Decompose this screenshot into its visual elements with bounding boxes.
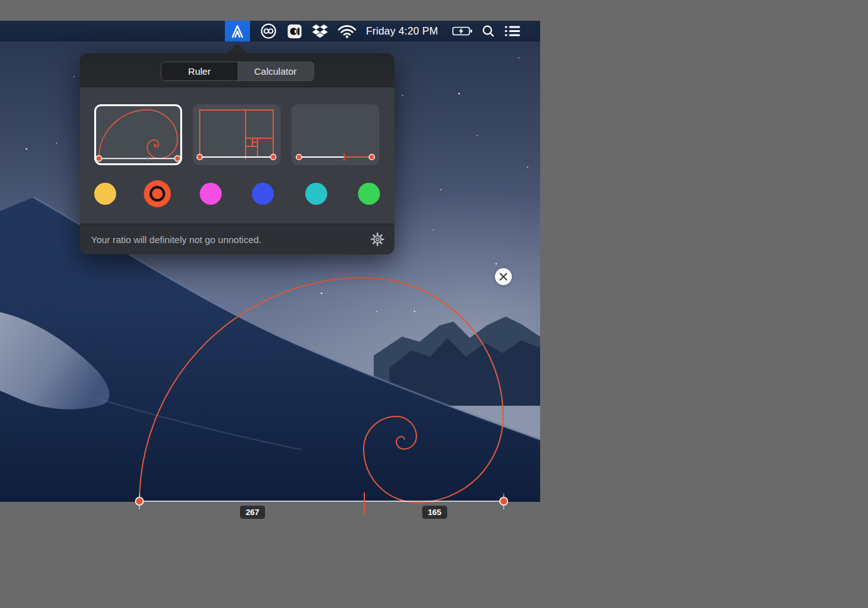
swatch-yellow[interactable]: [94, 183, 116, 205]
swatch-selected-ring: [149, 186, 165, 202]
left-endpoint-handle[interactable]: [136, 497, 143, 505]
dropbox-icon[interactable]: [312, 21, 328, 41]
right-endpoint-handle[interactable]: [500, 497, 507, 505]
goldie-menu-icon[interactable]: [225, 21, 250, 41]
menu-bar: Friday 4:20 PM: [0, 21, 540, 41]
measurement-label-right: 165: [422, 506, 447, 519]
close-x-icon: [499, 273, 507, 281]
swatch-orange-selected[interactable]: [144, 180, 171, 207]
spotlight-search-icon[interactable]: [480, 21, 496, 41]
plain-ruler-thumb: [291, 104, 379, 165]
tab-ruler[interactable]: Ruler: [161, 62, 237, 80]
preset-golden-sections[interactable]: [193, 104, 281, 165]
tab-calculator[interactable]: Calculator: [237, 62, 313, 80]
panel-footer: Your ratio will definitely not go unnoti…: [80, 224, 394, 254]
footer-tagline: Your ratio will definitely not go unnoti…: [91, 234, 261, 245]
screenshot-canvas: Friday 4:20 PM: [0, 0, 868, 608]
goldie-panel: Ruler Calculator: [80, 53, 394, 254]
swatch-green[interactable]: [358, 183, 380, 205]
wifi-icon[interactable]: [337, 21, 356, 41]
close-overlay-button[interactable]: [495, 268, 512, 285]
swatch-blue[interactable]: [252, 183, 274, 205]
panel-header: Ruler Calculator: [80, 53, 394, 87]
mode-segmented-control: Ruler Calculator: [161, 62, 314, 81]
gear-icon[interactable]: [371, 232, 384, 249]
measurement-label-left: 267: [240, 506, 265, 519]
notification-list-icon[interactable]: [504, 21, 521, 41]
preset-golden-spiral[interactable]: [94, 104, 182, 165]
colorsnapper-icon[interactable]: [287, 21, 302, 41]
goldie-a-icon: [230, 24, 245, 39]
battery-charging-icon[interactable]: [452, 21, 473, 41]
adobe-creative-cloud-icon[interactable]: [259, 21, 277, 41]
preset-plain-ruler[interactable]: [291, 104, 379, 165]
panel-arrow: [227, 43, 248, 53]
golden-sections-thumb: [193, 104, 281, 165]
golden-spiral-thumb: [96, 106, 180, 163]
menu-bar-clock[interactable]: Friday 4:20 PM: [361, 21, 443, 41]
swatch-magenta[interactable]: [200, 183, 222, 205]
swatch-teal[interactable]: [305, 183, 327, 205]
